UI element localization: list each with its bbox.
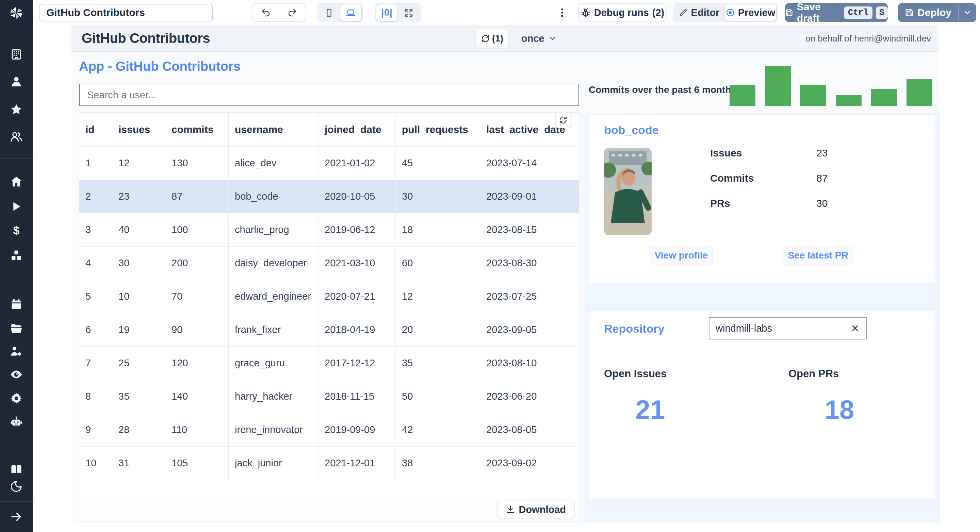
windmill-logo[interactable] <box>8 5 24 21</box>
column-header[interactable]: id <box>79 113 112 146</box>
open-prs-value: 18 <box>805 394 873 425</box>
table-row[interactable]: 61990frank_fixer2018-04-19202023-09-05 <box>79 313 579 346</box>
table-row[interactable]: 430200daisy_developer2021-03-10602023-08… <box>79 247 579 280</box>
table-cell: 10 <box>112 280 165 313</box>
deploy-label: Deploy <box>917 7 951 18</box>
sidebar-item-settings-gear-icon[interactable] <box>10 392 23 405</box>
table-cell: 2019-06-12 <box>318 213 395 246</box>
full-width-button[interactable] <box>398 5 419 21</box>
dark-mode-moon-icon[interactable] <box>10 480 23 493</box>
table-cell: 28 <box>112 413 165 446</box>
table-cell: 105 <box>165 446 228 480</box>
download-icon <box>506 505 515 514</box>
table-refresh-button[interactable] <box>555 112 571 128</box>
sidebar-item-users-icon[interactable] <box>10 130 23 143</box>
table-row[interactable]: 928110irene_innovator2019-09-09422023-08… <box>79 413 579 446</box>
table-cell: 2021-12-01 <box>318 446 395 480</box>
sidebar-item-docs-book-icon[interactable] <box>10 463 23 476</box>
table-cell: daisy_developer <box>228 247 318 279</box>
debug-runs-label: Debug runs <box>594 7 649 18</box>
mobile-view-button[interactable] <box>318 5 340 21</box>
sidebar-item-runs-play-icon[interactable] <box>10 200 23 213</box>
sidebar-item-star-icon[interactable] <box>10 103 23 116</box>
table-row[interactable]: 725120grace_guru2017-12-12352023-08-10 <box>79 346 579 380</box>
table-cell: 35 <box>395 346 480 380</box>
table-row[interactable]: 51070edward_engineer2020-07-21122023-07-… <box>79 280 579 313</box>
app-header-bar: GitHub Contributors (1) once on behalf o… <box>72 25 939 52</box>
table-cell: 2023-07-14 <box>480 147 579 179</box>
stat-row: Commits87 <box>710 166 921 191</box>
table-cell: 40 <box>112 213 165 246</box>
refresh-icon <box>559 116 568 124</box>
sidebar-item-home-icon[interactable] <box>10 175 23 188</box>
redo-button[interactable] <box>279 4 306 21</box>
see-latest-pr-button[interactable]: See latest PR <box>783 246 853 265</box>
sidebar-expand-arrow-icon[interactable] <box>10 510 23 523</box>
column-header[interactable]: pull_requests <box>395 113 480 146</box>
table-cell: 18 <box>395 213 480 246</box>
table-row[interactable]: 1031105jack_junior2021-12-01382023-09-02 <box>79 446 579 480</box>
deploy-dropdown-button[interactable] <box>959 3 976 22</box>
preview-tab[interactable]: Preview <box>724 5 776 21</box>
sidebar-item-schedules-calendar-icon[interactable] <box>10 298 23 311</box>
save-draft-button[interactable]: Save draft CtrlS <box>785 3 888 22</box>
deploy-button[interactable]: Deploy <box>898 3 958 22</box>
search-input[interactable] <box>79 84 579 106</box>
undo-redo-group <box>252 3 306 22</box>
schedule-dropdown[interactable]: once <box>521 25 557 52</box>
more-options-button[interactable] <box>555 6 569 19</box>
table-cell: 2023-06-20 <box>480 380 579 413</box>
table-row[interactable]: 835140harry_hacker2018-11-15502023-06-20 <box>79 380 579 413</box>
table-cell: 23 <box>112 180 165 213</box>
sidebar-item-audit-eye-icon[interactable] <box>10 368 23 381</box>
sidebar-item-workers-user-settings-icon[interactable] <box>10 345 23 357</box>
table-cell: 200 <box>165 247 228 279</box>
kbd-s: S <box>876 6 888 19</box>
table-cell: 2023-08-05 <box>480 413 579 446</box>
redo-icon <box>287 8 298 18</box>
column-header[interactable]: issues <box>112 113 165 146</box>
table-row[interactable]: 22387bob_code2020-10-05302023-09-01 <box>79 180 579 213</box>
sidebar-divider <box>0 159 33 159</box>
sidebar-item-user-icon[interactable] <box>10 75 23 88</box>
view-profile-button[interactable]: View profile <box>649 246 713 265</box>
repository-input[interactable]: windmill-labs <box>709 317 867 340</box>
table-cell: 9 <box>79 413 112 446</box>
app-title-input[interactable] <box>39 4 213 21</box>
table-empty-row <box>79 480 579 498</box>
chevron-down-icon <box>963 8 972 17</box>
sidebar-item-robot-icon[interactable] <box>10 415 23 428</box>
table-cell: 2020-10-05 <box>318 180 395 213</box>
sidebar-item-building-icon[interactable] <box>10 48 23 61</box>
sidebar-item-folders-icon[interactable] <box>10 322 23 335</box>
table-cell: 31 <box>112 446 165 480</box>
desktop-view-button[interactable] <box>340 5 361 21</box>
table-cell: harry_hacker <box>228 380 318 413</box>
center-align-button[interactable]: |0| <box>376 5 398 21</box>
app-refresh-button[interactable]: (1) <box>476 29 508 48</box>
bug-icon <box>581 8 591 18</box>
avatar <box>604 148 652 235</box>
refresh-icon <box>481 34 490 43</box>
table-cell: 100 <box>165 213 228 246</box>
table-cell: jack_junior <box>228 446 318 480</box>
sidebar-item-resources-cubes-icon[interactable] <box>10 249 23 262</box>
column-header[interactable]: joined_date <box>318 113 395 146</box>
on-behalf-text: on behalf of henri@windmill.dev <box>805 25 931 52</box>
sidebar-item-dollar-icon[interactable] <box>10 224 23 237</box>
undo-button[interactable] <box>253 4 279 21</box>
download-button[interactable]: Download <box>497 501 575 518</box>
column-header[interactable]: commits <box>165 113 228 146</box>
column-header[interactable]: username <box>228 113 318 146</box>
clear-x-icon[interactable] <box>850 324 860 333</box>
stat-row: Issues23 <box>710 140 921 166</box>
table-cell: charlie_prog <box>228 213 318 246</box>
schedule-value: once <box>521 33 544 44</box>
table-cell: 110 <box>165 413 228 446</box>
table-cell: 90 <box>165 313 228 346</box>
table-row[interactable]: 112130alice_dev2021-01-02452023-07-14 <box>79 147 579 180</box>
debug-runs-button[interactable]: Debug runs (2) <box>578 3 667 22</box>
app-inner-title: App - GitHub Contributors <box>79 59 240 74</box>
editor-tab[interactable]: Editor <box>674 5 724 21</box>
table-row[interactable]: 340100charlie_prog2019-06-12182023-08-15 <box>79 213 579 247</box>
